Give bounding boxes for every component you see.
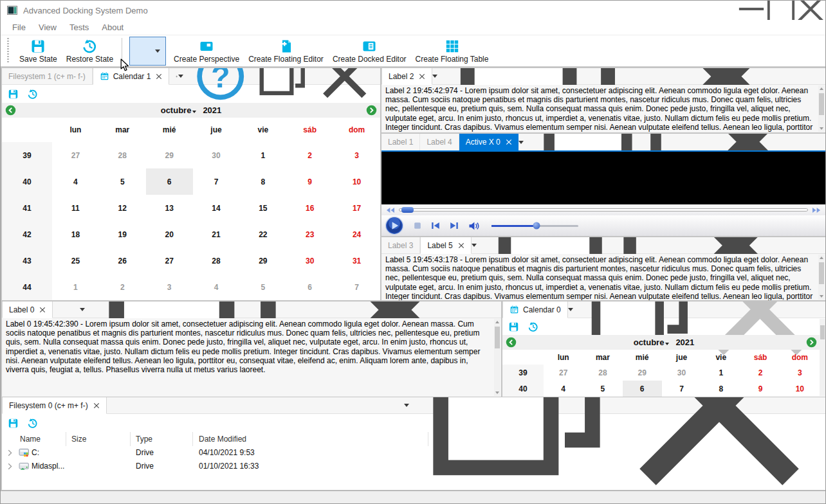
calendar-day[interactable]: 29 [146, 142, 193, 168]
tab-label0[interactable]: Label 0 [2, 302, 53, 318]
scroll-up-icon[interactable] [820, 256, 823, 259]
volume-thumb[interactable] [533, 222, 540, 230]
calendar-day[interactable]: 25 [52, 248, 99, 274]
month-label[interactable]: octubre [634, 338, 665, 347]
calendar-day[interactable]: 8 [701, 381, 740, 397]
year-label[interactable]: 2021 [203, 105, 221, 115]
calendar-day[interactable]: 22 [239, 221, 286, 248]
restore-button[interactable] [27, 418, 38, 429]
scrollbar[interactable] [818, 86, 825, 132]
tab-close-icon[interactable] [458, 242, 464, 249]
calendar-day[interactable]: 8 [239, 168, 286, 195]
calendar-day[interactable]: 6 [286, 274, 333, 300]
stop-button[interactable] [414, 222, 421, 230]
scrollbar[interactable] [818, 255, 825, 300]
calendar-day[interactable]: 30 [286, 248, 333, 274]
calendar-day[interactable]: 21 [193, 221, 240, 248]
expand-chevron-icon[interactable] [8, 463, 12, 470]
maximize-button[interactable] [766, 1, 796, 20]
expand-chevron-icon[interactable] [8, 449, 12, 456]
header-date-modified[interactable]: Date Modified [193, 432, 428, 446]
calendar-day[interactable]: 7 [662, 381, 701, 397]
calendar-day[interactable]: 5 [99, 168, 146, 195]
tab-label4[interactable]: Label 4 [420, 134, 459, 150]
minimize-button[interactable] [737, 1, 766, 20]
calendar-day[interactable]: 6 [623, 381, 662, 397]
calendar-day[interactable]: 13 [146, 195, 193, 221]
month-label[interactable]: octubre [161, 105, 192, 115]
calendar-day[interactable]: 2 [740, 364, 780, 381]
close-button[interactable] [796, 1, 825, 20]
header-size[interactable]: Size [66, 432, 131, 446]
calendar-day[interactable]: 1 [52, 274, 99, 300]
calendar-day[interactable]: 26 [99, 248, 146, 274]
tab-activex0[interactable]: Active X 0 [459, 134, 519, 150]
restore-state-button[interactable]: Restore State [62, 36, 118, 66]
calendar-day[interactable]: 4 [193, 274, 240, 300]
perspective-dropdown[interactable] [129, 37, 166, 66]
scrollbar[interactable] [494, 319, 500, 396]
calendar-day[interactable]: 27 [146, 248, 193, 274]
tab-label1[interactable]: Label 1 [381, 134, 420, 150]
calendar-day[interactable]: 17 [333, 195, 380, 221]
tab-filesystem1[interactable]: Filesystem 1 (c+ m- f-) [2, 68, 93, 84]
tab-label2[interactable]: Label 2 [381, 68, 432, 85]
calendar-day[interactable]: 16 [286, 195, 333, 221]
calendar-day[interactable]: 2 [99, 274, 146, 300]
calendar-day[interactable]: 11 [52, 195, 99, 221]
panel-menu-button[interactable] [80, 308, 85, 311]
calendar-day[interactable]: 28 [99, 142, 146, 168]
video-area[interactable] [381, 152, 825, 204]
calendar-day[interactable]: 6 [146, 168, 193, 195]
scrollbar-thumb[interactable] [819, 93, 824, 115]
menu-item-file[interactable]: File [6, 22, 32, 32]
next-button[interactable] [450, 222, 459, 230]
calendar-day[interactable]: 28 [583, 364, 622, 381]
scroll-down-icon[interactable] [820, 127, 823, 130]
calendar-day[interactable]: 27 [544, 364, 583, 381]
header-name[interactable]: Name [2, 432, 66, 446]
calendar-day[interactable]: 3 [146, 274, 193, 300]
calendar-day[interactable]: 24 [333, 221, 380, 248]
restore-button[interactable] [528, 321, 538, 332]
tab-close-icon[interactable] [93, 402, 100, 409]
tab-close-icon[interactable] [419, 73, 425, 80]
panel-menu-button[interactable] [178, 75, 183, 78]
tab-close-icon[interactable] [39, 307, 46, 313]
calendar-day[interactable]: 1 [701, 364, 740, 381]
rewind-icon[interactable] [385, 207, 395, 213]
tab-calendar1[interactable]: Calendar 1 [93, 68, 170, 85]
table-row[interactable]: C:Drive04/10/2021 9:53 [2, 446, 825, 460]
menu-item-about[interactable]: About [95, 22, 130, 32]
fast-forward-icon[interactable] [812, 207, 821, 213]
scroll-up-icon[interactable] [820, 87, 823, 90]
volume-button[interactable] [468, 221, 481, 231]
calendar-day[interactable]: 9 [286, 168, 333, 195]
help-button[interactable]: ? [194, 68, 246, 102]
scrollbar-thumb[interactable] [495, 327, 500, 348]
prev-month-button[interactable] [5, 105, 16, 116]
next-month-button[interactable] [366, 105, 377, 116]
float-button[interactable] [256, 68, 308, 102]
header-type[interactable]: Type [131, 432, 193, 446]
save-button[interactable] [8, 89, 19, 100]
calendar-day[interactable]: 12 [99, 195, 146, 221]
seek-slider[interactable] [399, 208, 808, 212]
panel-menu-button[interactable] [568, 308, 573, 311]
save-button[interactable] [508, 321, 519, 332]
calendar-day[interactable]: 10 [333, 168, 380, 195]
calendar-day[interactable]: 23 [286, 221, 333, 248]
calendar-day[interactable]: 29 [239, 248, 286, 274]
calendar-day[interactable]: 20 [146, 221, 193, 248]
calendar-day[interactable]: 7 [193, 168, 240, 195]
close-panel-button[interactable] [318, 68, 371, 102]
calendar-day[interactable]: 1 [239, 142, 286, 168]
calendar-day[interactable]: 4 [544, 381, 583, 397]
tab-calendar0[interactable]: Calendar 0 [502, 302, 568, 318]
tab-close-icon[interactable] [506, 139, 512, 145]
next-month-button[interactable] [806, 337, 817, 348]
tab-filesystem0[interactable]: Filesystem 0 (c+ m+ f-) [2, 397, 107, 414]
year-label[interactable]: 2021 [675, 338, 694, 347]
scrollbar[interactable] [820, 319, 825, 396]
calendar-day[interactable]: 28 [193, 248, 240, 274]
